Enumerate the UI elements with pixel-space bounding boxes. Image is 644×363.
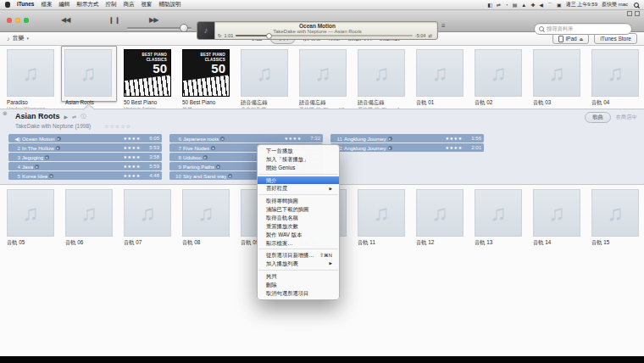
context-menu-item[interactable]: 簡介 xyxy=(258,176,339,185)
track-store-arrow-icon[interactable]: ▸ xyxy=(203,155,208,159)
album-cover-bestpiano[interactable]: BEST PIANOCLASSICS50 xyxy=(124,49,171,97)
album-cover-placeholder[interactable]: ♫ xyxy=(358,49,405,97)
menu-title-5[interactable]: 商店 xyxy=(123,1,134,8)
wifi-icon[interactable]: ⌒ xyxy=(547,3,552,8)
album-cover-placeholder[interactable]: ♫ xyxy=(475,49,522,97)
album-cell[interactable]: ♫音軌 11 xyxy=(351,188,409,248)
context-menu-item[interactable]: 喜好程度▶ xyxy=(258,184,339,193)
album-cover-placeholder[interactable]: ♫ xyxy=(591,49,639,97)
volume-slider-knob[interactable] xyxy=(180,24,188,32)
album-cover-placeholder[interactable]: ♫ xyxy=(241,49,288,97)
track-row[interactable]: 6Japanese roots▸★★★★·7:32 xyxy=(169,134,323,142)
album-cover-placeholder[interactable]: ♫ xyxy=(299,49,347,97)
album-cover-placeholder[interactable]: ♫ xyxy=(475,189,522,237)
album-cell[interactable]: BEST PIANOCLASSICS5050 Best Piano群星 xyxy=(175,48,234,108)
menu-title-7[interactable]: 輔助說明 xyxy=(158,1,180,8)
in-store-toggle[interactable]: 在商店中 xyxy=(616,114,637,121)
track-rating-stars[interactable]: ★★★★· xyxy=(445,136,464,141)
context-menu-item[interactable]: 取得專輯插圖 xyxy=(258,197,339,205)
album-cell[interactable]: ♫音軌 14 xyxy=(526,188,585,248)
track-store-arrow-icon[interactable]: ▸ xyxy=(228,174,232,178)
album-cover-bestpiano[interactable]: BEST PIANOCLASSICS50 xyxy=(182,49,230,97)
eject-icon[interactable]: ⏏ xyxy=(580,36,584,42)
album-cell[interactable]: ♫音軌 05 xyxy=(0,188,58,248)
album-cover-placeholder[interactable]: ♫ xyxy=(533,49,580,97)
eject-icon[interactable]: ▲ xyxy=(521,3,526,8)
track-row[interactable]: 4Java▸★★★★·5:59 xyxy=(8,162,162,170)
album-cell[interactable]: ♫語音備忘錄蔡快樂 的 iPhone4s xyxy=(351,48,409,108)
album-cell[interactable]: ♫音軌 15 xyxy=(585,188,643,248)
album-cell[interactable]: ♫Asian Roots xyxy=(58,48,117,108)
menu-title-1[interactable]: 檔案 xyxy=(41,1,52,8)
menu-title-3[interactable]: 顯示方式 xyxy=(76,1,98,8)
menu-bar-user[interactable]: 蔡快樂 mac xyxy=(602,1,628,8)
album-info-icon[interactable]: ⓘ xyxy=(80,113,86,120)
close-icon[interactable]: ⊗ xyxy=(3,110,8,117)
album-cover-placeholder[interactable]: ♫ xyxy=(416,189,464,237)
apple-menu-icon[interactable] xyxy=(5,2,10,8)
context-menu-item[interactable]: 清除已下載的插圖 xyxy=(258,205,339,214)
album-cell[interactable]: ♫音軌 08 xyxy=(175,188,234,248)
shuffle-icon[interactable]: ⇄ xyxy=(428,33,432,38)
menu-title-2[interactable]: 編輯 xyxy=(58,1,69,8)
track-rating-stars[interactable]: ★★★★· xyxy=(123,136,142,141)
track-store-arrow-icon[interactable]: ▸ xyxy=(57,137,61,141)
search-input[interactable]: 搜尋資料庫 xyxy=(534,23,632,35)
window-close-button[interactable] xyxy=(7,18,12,23)
time-machine-icon[interactable]: ◔ xyxy=(505,3,508,8)
track-store-arrow-icon[interactable]: ▸ xyxy=(45,155,49,159)
album-cover-placeholder[interactable]: ♫ xyxy=(182,189,230,237)
repeat-icon[interactable]: ↻ xyxy=(218,33,222,38)
window-minimize-button[interactable] xyxy=(15,18,20,23)
previous-track-button[interactable]: ◀◀ xyxy=(61,16,69,24)
menu-title-6[interactable]: 視窗 xyxy=(141,1,152,8)
album-cell[interactable]: ♫音軌 01 xyxy=(409,48,468,108)
album-cell[interactable]: ♫音軌 12 xyxy=(409,188,468,248)
context-menu-item[interactable]: 加入播放列表▶ xyxy=(258,260,339,268)
album-cell[interactable]: ♫音軌 07 xyxy=(117,188,175,248)
track-store-arrow-icon[interactable]: ▸ xyxy=(49,174,53,178)
album-cell[interactable]: ♫語音備忘錄蔡快樂 的 iPhone4Gs xyxy=(292,48,351,108)
track-rating-stars[interactable]: ★★★★· xyxy=(123,154,142,159)
spotlight-icon[interactable] xyxy=(634,3,639,8)
album-cell[interactable]: ♫音軌 04 xyxy=(585,48,643,108)
context-menu-item[interactable]: 取得音軌名稱 xyxy=(258,214,339,222)
track-rating-stars[interactable]: ★★★★· xyxy=(123,145,142,150)
universal-access-icon[interactable]: ✚ xyxy=(530,3,535,8)
album-cell[interactable]: ♫音軌 03 xyxy=(526,48,585,108)
album-rating-stars[interactable]: ☆☆☆☆☆ xyxy=(104,124,131,129)
track-store-arrow-icon[interactable]: ▸ xyxy=(56,146,60,150)
context-menu-item[interactable]: 開始 Genius xyxy=(258,164,339,172)
album-cover-placeholder[interactable]: ♫ xyxy=(591,189,639,237)
songs-toggle-button[interactable]: 歌曲 xyxy=(585,112,611,123)
context-menu-item[interactable]: 製作 WAV 版本 xyxy=(258,231,339,239)
track-rating-stars[interactable]: ★★★★· xyxy=(123,164,142,169)
track-row[interactable]: ◀)Ocean Motion▸★★★★·6:05 xyxy=(8,134,162,142)
mini-player-icon[interactable] xyxy=(627,11,632,16)
track-store-arrow-icon[interactable]: ▸ xyxy=(220,137,225,141)
window-widget-icons[interactable] xyxy=(627,11,640,16)
context-menu-item[interactable]: 重置播放次數 xyxy=(258,222,339,231)
album-cell[interactable]: ♫音軌 06 xyxy=(58,188,117,248)
album-cover-placeholder[interactable]: ♫ xyxy=(7,49,54,97)
window-zoom-button[interactable] xyxy=(24,18,29,23)
up-next-icon[interactable]: ≡ xyxy=(441,22,446,30)
track-row[interactable]: 11Angklung Journey▸★★★★·1:56 xyxy=(330,134,484,142)
menu-bar-clock[interactable]: 週三 上午9:59 xyxy=(566,1,597,8)
album-cell[interactable]: BEST PIANOCLASSICS5050 Best PianoVarious… xyxy=(117,48,175,108)
track-row[interactable]: 12Angklung Journey▸★★★★·2:01 xyxy=(330,143,484,152)
track-row[interactable]: 5Korea Idea▸★★★★·4:48 xyxy=(8,171,162,180)
context-menu-item[interactable]: 加入「接著播放」 xyxy=(258,155,339,164)
progress-bar[interactable] xyxy=(236,35,413,36)
media-picker[interactable]: ♪ 音樂 ▾ xyxy=(7,34,29,42)
album-cover-placeholder[interactable]: ♫ xyxy=(124,189,171,237)
track-rating-stars[interactable]: ★★★★· xyxy=(123,173,142,178)
context-menu-item[interactable]: 拷貝 xyxy=(258,272,339,281)
album-cover-placeholder[interactable]: ♫ xyxy=(64,49,112,97)
context-menu-item[interactable]: 刪除 xyxy=(258,281,339,289)
track-store-arrow-icon[interactable]: ▸ xyxy=(388,146,392,150)
album-cover-placeholder[interactable]: ♫ xyxy=(358,189,405,237)
context-menu-item[interactable]: 取消勾選所選項目 xyxy=(258,289,339,298)
play-album-icon[interactable]: ▶ xyxy=(64,114,69,120)
menu-title-itunes[interactable]: iTunes xyxy=(17,1,34,8)
